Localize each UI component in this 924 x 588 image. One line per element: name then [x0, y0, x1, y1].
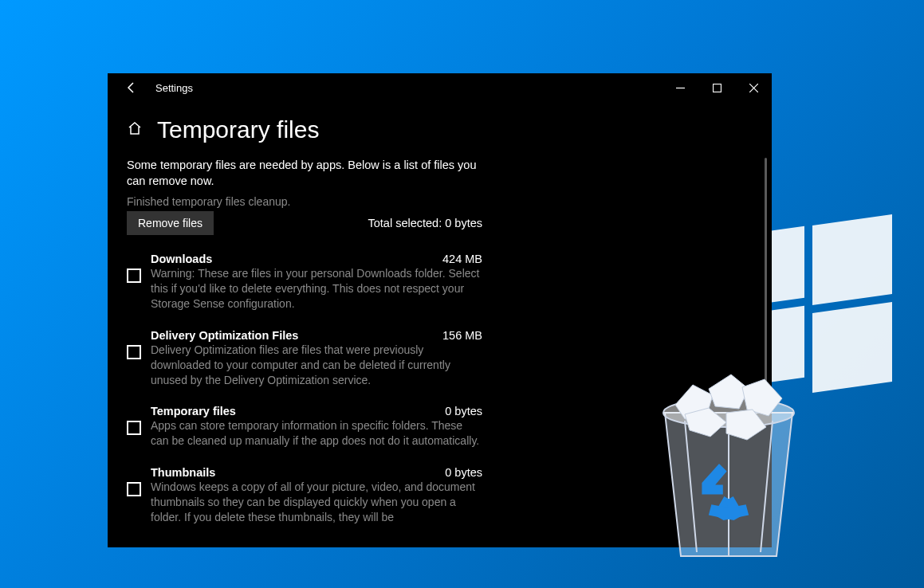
- item-title: Temporary files: [151, 405, 236, 417]
- item-title: Delivery Optimization Files: [151, 329, 298, 342]
- item-title: Downloads: [151, 253, 212, 265]
- intro-text: Some temporary files are needed by apps.…: [127, 158, 482, 189]
- page-header: Temporary files: [108, 102, 772, 151]
- file-category-item: Temporary files0 bytesApps can store tem…: [127, 405, 482, 449]
- item-body: Downloads424 MBWarning: These are files …: [151, 253, 482, 312]
- app-name: Settings: [155, 82, 193, 94]
- item-checkbox[interactable]: [127, 421, 141, 435]
- item-size: 156 MB: [442, 329, 482, 342]
- content-area: Some temporary files are needed by apps.…: [108, 151, 772, 547]
- items-list: Downloads424 MBWarning: These are files …: [127, 253, 482, 525]
- item-title: Thumbnails: [151, 466, 215, 479]
- item-body: Delivery Optimization Files156 MBDeliver…: [151, 329, 482, 388]
- item-description: Warning: These are files in your persona…: [151, 266, 482, 312]
- file-category-item: Thumbnails0 bytesWindows keeps a copy of…: [127, 466, 482, 525]
- status-text: Finished temporary files cleanup.: [127, 195, 482, 208]
- file-category-item: Downloads424 MBWarning: These are files …: [127, 253, 482, 312]
- scrollbar-thumb[interactable]: [765, 158, 767, 397]
- item-body: Temporary files0 bytesApps can store tem…: [151, 405, 482, 449]
- item-size: 424 MB: [442, 253, 482, 265]
- item-body: Thumbnails0 bytesWindows keeps a copy of…: [151, 466, 482, 525]
- window-controls: [662, 73, 772, 102]
- item-checkbox[interactable]: [127, 482, 141, 496]
- back-button[interactable]: [114, 73, 149, 102]
- titlebar: Settings: [108, 73, 772, 102]
- svg-rect-1: [713, 84, 721, 92]
- item-checkbox[interactable]: [127, 345, 141, 359]
- close-button[interactable]: [735, 73, 772, 102]
- item-head: Downloads424 MB: [151, 253, 482, 265]
- item-head: Temporary files0 bytes: [151, 405, 482, 417]
- item-head: Thumbnails0 bytes: [151, 466, 482, 479]
- home-icon[interactable]: [127, 120, 143, 139]
- item-description: Windows keeps a copy of all of your pict…: [151, 480, 482, 525]
- total-selected-label: Total selected: 0 bytes: [368, 217, 482, 229]
- remove-files-button[interactable]: Remove files: [127, 211, 214, 235]
- item-size: 0 bytes: [445, 405, 482, 417]
- item-checkbox[interactable]: [127, 269, 141, 283]
- item-description: Apps can store temporary information in …: [151, 418, 482, 449]
- item-head: Delivery Optimization Files156 MB: [151, 329, 482, 342]
- maximize-button[interactable]: [698, 73, 735, 102]
- file-category-item: Delivery Optimization Files156 MBDeliver…: [127, 329, 482, 388]
- page-title: Temporary files: [157, 116, 319, 143]
- item-description: Delivery Optimization files are files th…: [151, 343, 482, 388]
- minimize-button[interactable]: [662, 73, 698, 102]
- action-row: Remove files Total selected: 0 bytes: [127, 211, 482, 235]
- settings-window: Settings Temporary files Some temporary …: [108, 73, 772, 547]
- item-size: 0 bytes: [445, 466, 482, 479]
